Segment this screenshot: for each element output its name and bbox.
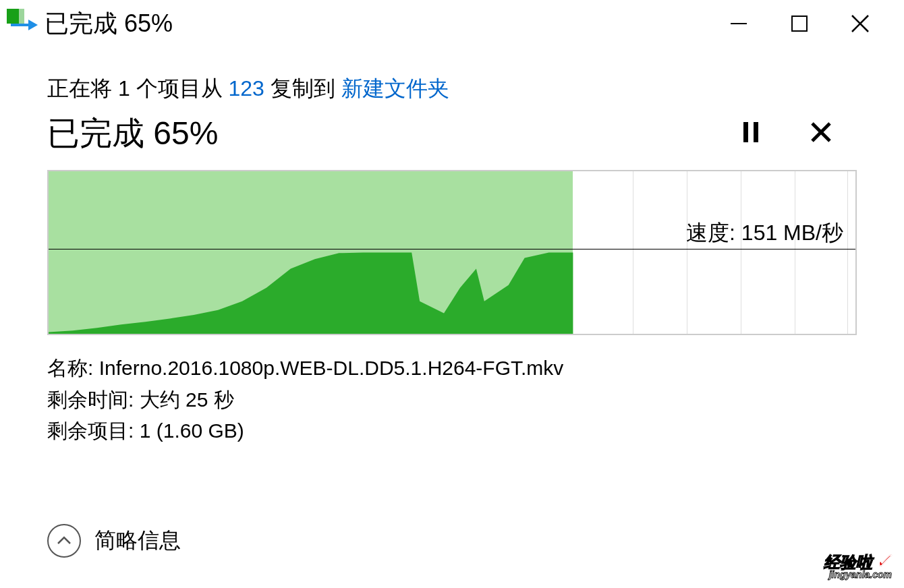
progress-row: 已完成 65% <box>47 112 857 155</box>
action-buttons <box>737 117 837 150</box>
pause-button[interactable] <box>737 117 765 150</box>
detail-time-value: 大约 25 秒 <box>140 388 234 411</box>
titlebar: 已完成 65% <box>0 0 904 47</box>
svg-rect-7 <box>754 122 758 142</box>
source-folder-link[interactable]: 123 <box>228 76 264 100</box>
progress-percent-text: 已完成 65% <box>47 112 737 155</box>
details-toggle-label: 简略信息 <box>94 526 181 556</box>
copy-prefix: 正在将 1 个项目从 <box>47 76 228 100</box>
maximize-button[interactable] <box>769 3 830 44</box>
speed-curve <box>49 171 855 334</box>
speed-label: 速度: 151 MB/秒 <box>686 218 843 248</box>
watermark-url: jingyanla.com <box>824 569 892 580</box>
chevron-up-icon <box>47 524 81 558</box>
minimize-button[interactable] <box>708 3 769 44</box>
detail-time-label: 剩余时间: <box>47 388 134 411</box>
window-title: 已完成 65% <box>45 7 708 40</box>
cancel-button[interactable] <box>806 117 837 150</box>
detail-items-row: 剩余项目: 1 (1.60 GB) <box>47 415 857 447</box>
detail-items-value: 1 (1.60 GB) <box>140 419 244 442</box>
window-controls <box>708 3 891 44</box>
copy-middle: 复制到 <box>264 76 341 100</box>
destination-folder-link[interactable]: 新建文件夹 <box>341 76 449 100</box>
transfer-details: 名称: Inferno.2016.1080p.WEB-DL.DD5.1.H264… <box>47 353 857 447</box>
details-toggle[interactable]: 简略信息 <box>47 524 181 558</box>
detail-time-row: 剩余时间: 大约 25 秒 <box>47 384 857 416</box>
svg-rect-1 <box>19 9 24 24</box>
detail-name-label: 名称: <box>47 357 93 379</box>
svg-rect-3 <box>792 16 807 31</box>
detail-name-value: Inferno.2016.1080p.WEB-DL.DD5.1.H264-FGT… <box>99 357 564 379</box>
copy-description: 正在将 1 个项目从 123 复制到 新建文件夹 <box>47 74 857 104</box>
dialog-content: 正在将 1 个项目从 123 复制到 新建文件夹 已完成 65% 速度: 151… <box>0 74 904 447</box>
close-button[interactable] <box>830 3 891 44</box>
svg-rect-0 <box>7 9 19 24</box>
copy-progress-icon <box>7 9 38 36</box>
svg-rect-6 <box>743 122 748 142</box>
detail-items-label: 剩余项目: <box>47 419 134 442</box>
detail-name-row: 名称: Inferno.2016.1080p.WEB-DL.DD5.1.H264… <box>47 353 857 384</box>
speed-chart: 速度: 151 MB/秒 <box>47 170 857 335</box>
watermark: 经验啦✓ jingyanla.com <box>824 549 892 580</box>
